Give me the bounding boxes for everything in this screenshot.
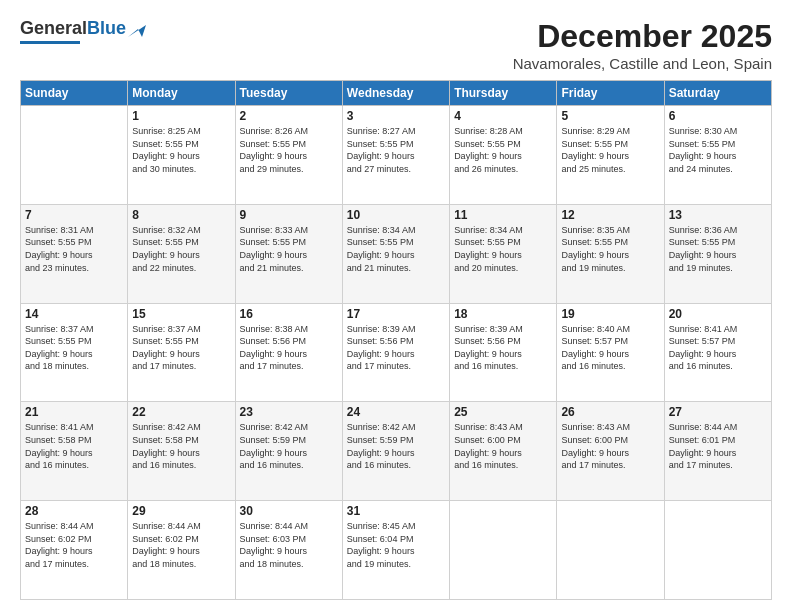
logo-bird-icon	[128, 21, 146, 37]
day-info: Sunrise: 8:42 AM Sunset: 5:58 PM Dayligh…	[132, 421, 230, 471]
week-row-4: 21Sunrise: 8:41 AM Sunset: 5:58 PM Dayli…	[21, 402, 772, 501]
day-number: 3	[347, 109, 445, 123]
day-info: Sunrise: 8:41 AM Sunset: 5:57 PM Dayligh…	[669, 323, 767, 373]
day-info: Sunrise: 8:40 AM Sunset: 5:57 PM Dayligh…	[561, 323, 659, 373]
day-number: 31	[347, 504, 445, 518]
day-info: Sunrise: 8:41 AM Sunset: 5:58 PM Dayligh…	[25, 421, 123, 471]
day-number: 21	[25, 405, 123, 419]
month-title: December 2025	[513, 18, 772, 55]
day-number: 19	[561, 307, 659, 321]
day-number: 15	[132, 307, 230, 321]
day-info: Sunrise: 8:35 AM Sunset: 5:55 PM Dayligh…	[561, 224, 659, 274]
day-info: Sunrise: 8:33 AM Sunset: 5:55 PM Dayligh…	[240, 224, 338, 274]
day-number: 16	[240, 307, 338, 321]
day-cell: 12Sunrise: 8:35 AM Sunset: 5:55 PM Dayli…	[557, 204, 664, 303]
col-header-sunday: Sunday	[21, 81, 128, 106]
week-row-1: 1Sunrise: 8:25 AM Sunset: 5:55 PM Daylig…	[21, 106, 772, 205]
day-info: Sunrise: 8:25 AM Sunset: 5:55 PM Dayligh…	[132, 125, 230, 175]
day-number: 25	[454, 405, 552, 419]
day-info: Sunrise: 8:34 AM Sunset: 5:55 PM Dayligh…	[347, 224, 445, 274]
day-number: 2	[240, 109, 338, 123]
title-block: December 2025 Navamorales, Castille and …	[513, 18, 772, 72]
day-cell: 13Sunrise: 8:36 AM Sunset: 5:55 PM Dayli…	[664, 204, 771, 303]
day-info: Sunrise: 8:31 AM Sunset: 5:55 PM Dayligh…	[25, 224, 123, 274]
day-cell	[664, 501, 771, 600]
day-info: Sunrise: 8:43 AM Sunset: 6:00 PM Dayligh…	[561, 421, 659, 471]
day-cell: 26Sunrise: 8:43 AM Sunset: 6:00 PM Dayli…	[557, 402, 664, 501]
col-header-monday: Monday	[128, 81, 235, 106]
day-cell: 27Sunrise: 8:44 AM Sunset: 6:01 PM Dayli…	[664, 402, 771, 501]
day-number: 28	[25, 504, 123, 518]
day-number: 10	[347, 208, 445, 222]
day-info: Sunrise: 8:38 AM Sunset: 5:56 PM Dayligh…	[240, 323, 338, 373]
day-number: 1	[132, 109, 230, 123]
day-cell: 15Sunrise: 8:37 AM Sunset: 5:55 PM Dayli…	[128, 303, 235, 402]
day-cell: 16Sunrise: 8:38 AM Sunset: 5:56 PM Dayli…	[235, 303, 342, 402]
day-info: Sunrise: 8:37 AM Sunset: 5:55 PM Dayligh…	[25, 323, 123, 373]
day-number: 9	[240, 208, 338, 222]
day-cell: 31Sunrise: 8:45 AM Sunset: 6:04 PM Dayli…	[342, 501, 449, 600]
day-cell: 28Sunrise: 8:44 AM Sunset: 6:02 PM Dayli…	[21, 501, 128, 600]
week-row-3: 14Sunrise: 8:37 AM Sunset: 5:55 PM Dayli…	[21, 303, 772, 402]
week-row-2: 7Sunrise: 8:31 AM Sunset: 5:55 PM Daylig…	[21, 204, 772, 303]
day-cell: 5Sunrise: 8:29 AM Sunset: 5:55 PM Daylig…	[557, 106, 664, 205]
day-cell: 1Sunrise: 8:25 AM Sunset: 5:55 PM Daylig…	[128, 106, 235, 205]
page: GeneralBlue December 2025 Navamorales, C…	[0, 0, 792, 612]
day-number: 7	[25, 208, 123, 222]
day-info: Sunrise: 8:29 AM Sunset: 5:55 PM Dayligh…	[561, 125, 659, 175]
day-cell: 22Sunrise: 8:42 AM Sunset: 5:58 PM Dayli…	[128, 402, 235, 501]
col-header-thursday: Thursday	[450, 81, 557, 106]
day-cell: 20Sunrise: 8:41 AM Sunset: 5:57 PM Dayli…	[664, 303, 771, 402]
day-number: 27	[669, 405, 767, 419]
logo: GeneralBlue	[20, 18, 146, 44]
day-info: Sunrise: 8:43 AM Sunset: 6:00 PM Dayligh…	[454, 421, 552, 471]
day-info: Sunrise: 8:27 AM Sunset: 5:55 PM Dayligh…	[347, 125, 445, 175]
day-info: Sunrise: 8:36 AM Sunset: 5:55 PM Dayligh…	[669, 224, 767, 274]
day-number: 14	[25, 307, 123, 321]
day-cell: 10Sunrise: 8:34 AM Sunset: 5:55 PM Dayli…	[342, 204, 449, 303]
col-header-saturday: Saturday	[664, 81, 771, 106]
logo-underline	[20, 41, 80, 44]
day-cell: 14Sunrise: 8:37 AM Sunset: 5:55 PM Dayli…	[21, 303, 128, 402]
day-info: Sunrise: 8:37 AM Sunset: 5:55 PM Dayligh…	[132, 323, 230, 373]
day-number: 12	[561, 208, 659, 222]
col-header-friday: Friday	[557, 81, 664, 106]
location-title: Navamorales, Castille and Leon, Spain	[513, 55, 772, 72]
day-number: 4	[454, 109, 552, 123]
day-number: 13	[669, 208, 767, 222]
day-cell: 8Sunrise: 8:32 AM Sunset: 5:55 PM Daylig…	[128, 204, 235, 303]
day-number: 30	[240, 504, 338, 518]
header-row: SundayMondayTuesdayWednesdayThursdayFrid…	[21, 81, 772, 106]
day-cell: 3Sunrise: 8:27 AM Sunset: 5:55 PM Daylig…	[342, 106, 449, 205]
day-cell	[21, 106, 128, 205]
day-cell: 17Sunrise: 8:39 AM Sunset: 5:56 PM Dayli…	[342, 303, 449, 402]
day-cell: 7Sunrise: 8:31 AM Sunset: 5:55 PM Daylig…	[21, 204, 128, 303]
day-info: Sunrise: 8:44 AM Sunset: 6:02 PM Dayligh…	[25, 520, 123, 570]
col-header-wednesday: Wednesday	[342, 81, 449, 106]
day-number: 26	[561, 405, 659, 419]
day-info: Sunrise: 8:42 AM Sunset: 5:59 PM Dayligh…	[240, 421, 338, 471]
day-info: Sunrise: 8:30 AM Sunset: 5:55 PM Dayligh…	[669, 125, 767, 175]
day-cell	[557, 501, 664, 600]
day-number: 5	[561, 109, 659, 123]
day-cell: 19Sunrise: 8:40 AM Sunset: 5:57 PM Dayli…	[557, 303, 664, 402]
day-cell: 25Sunrise: 8:43 AM Sunset: 6:00 PM Dayli…	[450, 402, 557, 501]
day-number: 24	[347, 405, 445, 419]
day-cell: 23Sunrise: 8:42 AM Sunset: 5:59 PM Dayli…	[235, 402, 342, 501]
day-info: Sunrise: 8:39 AM Sunset: 5:56 PM Dayligh…	[347, 323, 445, 373]
day-number: 29	[132, 504, 230, 518]
header: GeneralBlue December 2025 Navamorales, C…	[20, 18, 772, 72]
day-cell: 11Sunrise: 8:34 AM Sunset: 5:55 PM Dayli…	[450, 204, 557, 303]
day-number: 6	[669, 109, 767, 123]
day-cell	[450, 501, 557, 600]
day-number: 17	[347, 307, 445, 321]
calendar-table: SundayMondayTuesdayWednesdayThursdayFrid…	[20, 80, 772, 600]
day-info: Sunrise: 8:44 AM Sunset: 6:02 PM Dayligh…	[132, 520, 230, 570]
day-number: 18	[454, 307, 552, 321]
day-info: Sunrise: 8:44 AM Sunset: 6:01 PM Dayligh…	[669, 421, 767, 471]
day-cell: 6Sunrise: 8:30 AM Sunset: 5:55 PM Daylig…	[664, 106, 771, 205]
day-number: 8	[132, 208, 230, 222]
svg-marker-0	[128, 25, 146, 37]
day-number: 22	[132, 405, 230, 419]
day-info: Sunrise: 8:32 AM Sunset: 5:55 PM Dayligh…	[132, 224, 230, 274]
